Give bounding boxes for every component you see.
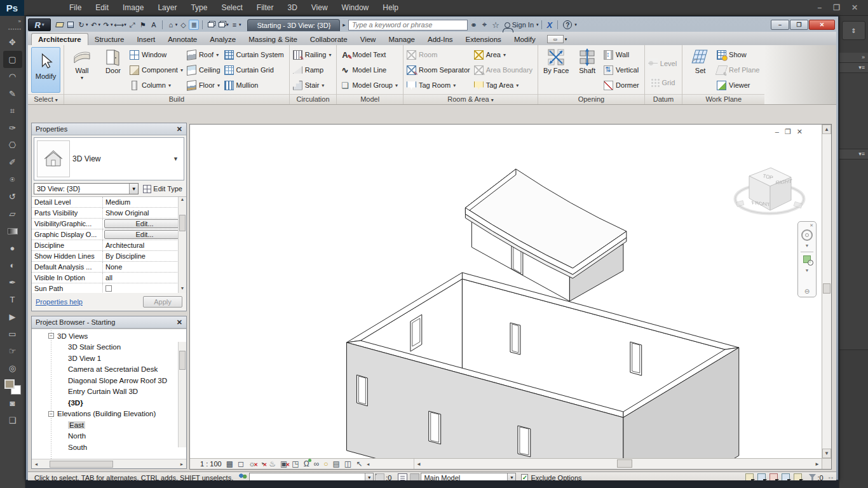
vertical-opening-button[interactable]: Vertical (604, 62, 641, 78)
tab-manage[interactable]: Manage (382, 34, 421, 45)
eraser-tool-icon[interactable]: ▱ (3, 205, 22, 222)
browser-hscrollbar[interactable]: ◄ ► (32, 459, 186, 468)
menu-filter[interactable]: Filter (250, 0, 281, 16)
model-group-button[interactable]: ❏Model Group▾ (340, 78, 400, 93)
navbar-close-icon[interactable]: ✕ (807, 222, 816, 229)
menu-view[interactable]: View (304, 0, 335, 16)
table-row[interactable]: Parts VisibilityShow Original (32, 208, 186, 219)
view-restore-icon[interactable]: ❐ (785, 128, 791, 136)
viewbar-collapse-icon[interactable]: ◂ (367, 461, 369, 467)
ps-restore-icon[interactable]: ❐ (833, 3, 840, 12)
tab-add-ins[interactable]: Add-Ins (421, 34, 459, 45)
ps-close-icon[interactable]: ✕ (851, 3, 858, 12)
save-icon[interactable] (65, 20, 76, 30)
tab-extensions[interactable]: Extensions (459, 34, 508, 45)
table-row[interactable]: Show Hidden LinesBy Discipline (32, 251, 186, 262)
table-row[interactable]: Visibility/Graphic...Edit... (32, 219, 186, 229)
dock-scroll-stub[interactable]: ⇕ (842, 21, 865, 40)
project-browser-header[interactable]: Project Browser - Starting ✕ (32, 316, 186, 329)
door-leaf[interactable] (431, 412, 439, 442)
history-brush-tool-icon[interactable]: ↺ (3, 188, 22, 205)
tab-analyze[interactable]: Analyze (203, 34, 242, 45)
revit-minimize-button[interactable]: – (771, 20, 789, 30)
dock-collapse-bar[interactable]: » (839, 53, 868, 63)
detail-level-icon[interactable]: ▩ (226, 459, 233, 468)
dodge-tool-icon[interactable]: ◐ (3, 257, 22, 274)
table-row[interactable]: Default Analysis ...None (32, 262, 186, 273)
door-leaf[interactable] (520, 427, 529, 455)
menu-edit[interactable]: Edit (88, 0, 116, 16)
type-selector[interactable]: 3D View ▼ (34, 137, 184, 180)
scroll-left-icon[interactable]: ◄ (414, 461, 423, 467)
properties-close-icon[interactable]: ✕ (177, 125, 182, 133)
tag-area-dropdown-icon[interactable]: ▾ (516, 83, 519, 88)
model-line-button[interactable]: ∿Model Line (340, 62, 400, 78)
door-leaf[interactable] (512, 324, 519, 353)
stair-dropdown-icon[interactable]: ▾ (322, 83, 324, 88)
column-dropdown-icon[interactable]: ▾ (168, 83, 171, 88)
scroll-up-icon[interactable]: ▲ (179, 197, 186, 204)
tab-insert[interactable]: Insert (130, 34, 161, 45)
lasso-tool-icon[interactable]: ◠ (3, 68, 22, 85)
menu-image[interactable]: Image (116, 0, 151, 16)
undo-icon[interactable]: ↶ (89, 20, 99, 30)
graphic-display-edit-button[interactable]: Edit... (104, 230, 185, 239)
section-icon[interactable]: ◇ (178, 20, 188, 30)
menu-file[interactable]: File (62, 0, 88, 16)
tree-item[interactable]: 3D Stair Section (32, 342, 186, 353)
table-row[interactable]: Detail LevelMedium (32, 197, 186, 208)
view-close-icon[interactable]: ✕ (797, 128, 803, 136)
move-tool-icon[interactable]: ✥ (3, 34, 22, 51)
table-row[interactable]: Graphic Display O...Edit... (32, 229, 186, 240)
scroll-up-icon[interactable]: ▲ (822, 125, 831, 134)
tab-annotate[interactable]: Annotate (161, 34, 203, 45)
quick-mask-icon[interactable]: ◙ (3, 395, 22, 412)
area-dropdown-icon[interactable]: ▾ (503, 52, 506, 58)
room-separator-button[interactable]: Room Separator (407, 62, 472, 78)
door-button[interactable]: Door (98, 47, 128, 75)
revit-restore-button[interactable]: ❐ (790, 20, 808, 30)
area-button[interactable]: Area▾ (474, 47, 534, 62)
scroll-down-icon[interactable]: ▼ (822, 449, 831, 458)
panel-select-label[interactable]: Select ▾ (28, 94, 64, 104)
ribbon-state-dropdown-icon[interactable]: ▾ (565, 37, 567, 42)
mullion-button[interactable]: Mullion (224, 78, 286, 93)
customize-qat-dropdown-icon[interactable]: ▾ (239, 22, 241, 27)
switch-windows-dropdown-icon[interactable]: ▾ (226, 22, 229, 27)
path-selection-tool-icon[interactable]: ▶ (3, 308, 22, 325)
shadows-off-icon[interactable]: ◔ (260, 459, 264, 468)
sync-with-central-icon[interactable]: ↻ (76, 20, 86, 30)
tag-by-category-icon[interactable]: ⚑ (138, 20, 148, 30)
scale-button[interactable]: 1 : 100 (200, 460, 222, 468)
component-button[interactable]: Component▾ (130, 62, 185, 78)
sign-in-dropdown-icon[interactable]: ▾ (536, 22, 539, 27)
zoom-tool-icon[interactable]: ◎ (3, 360, 22, 377)
quick-selection-tool-icon[interactable]: ✎ (3, 85, 22, 102)
tab-collaborate[interactable]: Collaborate (304, 34, 354, 45)
tab-modify[interactable]: Modify (508, 34, 542, 45)
undo-dropdown-icon[interactable]: ▾ (98, 22, 101, 27)
set-work-plane-button[interactable]: Set (686, 47, 715, 75)
ramp-button[interactable]: Ramp (293, 62, 334, 78)
window-button[interactable]: Window (130, 47, 185, 62)
tree-item[interactable]: Entry Curtain Wall 3D (32, 386, 186, 398)
tree-item-east[interactable]: East (32, 419, 186, 431)
close-hidden-windows-icon[interactable] (206, 20, 216, 30)
collapse-icon[interactable]: − (48, 411, 54, 417)
favorites-star-icon[interactable]: ☆ (492, 20, 499, 30)
scroll-right-icon[interactable]: ► (177, 462, 186, 466)
locked-3d-view-icon[interactable]: Ω (304, 459, 309, 468)
subscription-center-icon[interactable]: ⌖ (482, 20, 487, 30)
scrollbar-thumb[interactable] (50, 461, 113, 468)
stair-button[interactable]: Stair▾ (293, 78, 334, 93)
switch-windows-icon[interactable] (217, 20, 227, 30)
default-3d-view-icon[interactable]: ⌂ (166, 20, 176, 30)
table-row[interactable]: Visible In Optionall (32, 273, 186, 283)
crop-region-icon[interactable]: ◳ (292, 459, 299, 468)
tree-item[interactable]: Camera at Secretarial Desk (32, 364, 186, 376)
type-tool-icon[interactable]: T (3, 291, 22, 308)
menu-layer[interactable]: Layer (151, 0, 184, 16)
viewcube[interactable]: TOP FRONT RIGHT (731, 159, 808, 223)
modify-button[interactable]: Modify (31, 47, 60, 93)
blur-tool-icon[interactable]: ● (3, 240, 22, 257)
